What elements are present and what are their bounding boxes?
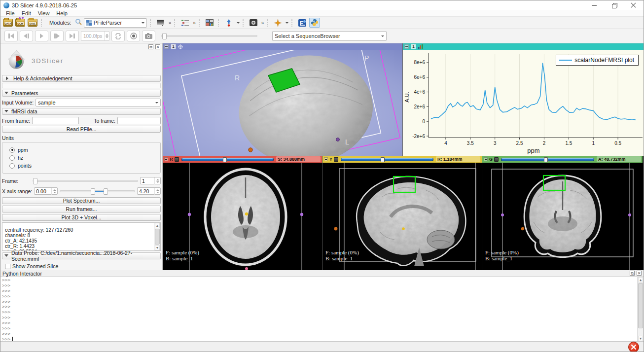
toolbar-overflow-icon[interactable]: » — [168, 20, 172, 26]
plot-view-header[interactable]: 1 — [403, 43, 644, 50]
seq-last-frame-button[interactable] — [66, 31, 79, 41]
slice-slider-handle[interactable] — [544, 157, 548, 162]
radio-ppm[interactable]: ppm — [9, 146, 160, 154]
slice-canvas-axial[interactable]: F: sample (0%) B: sample_1 — [163, 163, 322, 270]
module-history-button[interactable] — [179, 18, 190, 28]
pin-icon[interactable] — [324, 157, 328, 161]
scroll-down-icon[interactable]: ▼ — [638, 336, 643, 341]
panel-close-icon[interactable]: ✕ — [637, 271, 642, 276]
seq-record-button[interactable] — [127, 31, 140, 41]
python-interactor-header[interactable]: Python Interactor ⧉ ✕ — [0, 270, 644, 277]
scroll-up-icon[interactable]: ▲ — [155, 223, 160, 228]
data-probe-section-header[interactable]: Data Probe: C:/dev/1.namic/secuencia...2… — [2, 252, 161, 259]
slice-canvas-sagittal[interactable]: F: sample (0%) B: sample_1 — [322, 163, 482, 270]
fmrsi-section-header[interactable]: fMRSI data — [2, 108, 161, 115]
show-zoomed-slice-checkbox[interactable] — [5, 264, 10, 269]
parameters-section-header[interactable]: Parameters — [2, 90, 161, 97]
dicom-button[interactable]: DCM — [15, 18, 26, 28]
view-3d-header[interactable]: 1 — [163, 43, 402, 50]
to-frame-input[interactable] — [117, 117, 161, 124]
plot-icon[interactable] — [418, 44, 423, 49]
python-prompt-line[interactable]: >>> — [2, 337, 636, 342]
module-selector[interactable]: PFileParser — [84, 18, 147, 28]
xaxis-range-slider[interactable] — [60, 190, 135, 192]
spinner-arrows-icon[interactable] — [51, 188, 57, 195]
xaxis-max-spinbox[interactable]: 4.20 — [137, 187, 161, 195]
slice-bar-red[interactable]: R S: 34.888mm — [163, 156, 322, 163]
seq-play-button[interactable] — [35, 31, 48, 41]
menu-view[interactable]: View — [35, 10, 53, 16]
help-section-header[interactable]: Help & Acknowledgement — [2, 75, 161, 82]
view-3d-canvas[interactable]: R P L — [163, 50, 402, 156]
spinner-arrows-icon[interactable] — [154, 188, 160, 195]
seq-next-frame-button[interactable] — [50, 31, 64, 41]
layout-selector-button[interactable] — [155, 18, 166, 28]
header-info-textbox[interactable]: centralFrequency: 1277127260 channels: 8… — [2, 222, 161, 251]
pin-icon[interactable] — [404, 44, 409, 49]
panel-float-icon[interactable]: ⧉ — [630, 271, 635, 276]
restore-button[interactable] — [611, 2, 617, 8]
fiducial-dropdown-icon[interactable] — [237, 22, 240, 25]
plot-spectrum-button[interactable]: Plot Spectrum... — [2, 197, 161, 204]
close-button[interactable] — [631, 2, 637, 8]
range-handle-low[interactable] — [91, 188, 95, 195]
pin-icon[interactable] — [164, 157, 168, 161]
extensions-manager-button[interactable] — [297, 18, 308, 28]
slice-bar-yellow[interactable]: Y R: 1.184mm — [322, 156, 482, 163]
slice-offset-slider[interactable] — [181, 158, 274, 161]
toolbar-overflow-icon-2[interactable]: » — [192, 20, 196, 26]
menu-help[interactable]: Help — [53, 10, 71, 16]
scrollbar-handle[interactable] — [155, 229, 160, 245]
python-interactor-button[interactable] — [309, 18, 320, 28]
scrollbar-handle[interactable] — [638, 283, 643, 328]
info-scrollbar[interactable]: ▲ ▼ — [154, 223, 160, 250]
panel-float-icon[interactable]: ⧉ — [148, 44, 153, 49]
place-fiducial-button[interactable] — [223, 18, 234, 28]
run-frames-button[interactable]: Run frames... — [2, 206, 161, 212]
view-3d-controls-icon[interactable] — [178, 44, 183, 49]
scroll-down-icon[interactable]: ▼ — [155, 245, 160, 250]
plot-3d-voxel-button[interactable]: Plot 3D + Voxel... — [2, 214, 161, 221]
slice-slider-handle[interactable] — [381, 157, 385, 162]
plot-canvas[interactable]: 8e+66e+64e+62e+60-2e+643.532.521.510.5pp… — [403, 50, 644, 156]
seq-first-frame-button[interactable] — [4, 31, 18, 41]
radio-points[interactable]: points — [9, 162, 160, 170]
error-log-button[interactable] — [628, 342, 639, 352]
module-search-icon[interactable] — [75, 18, 82, 28]
spinner-arrows-icon[interactable] — [154, 177, 160, 184]
minimize-button[interactable] — [591, 2, 597, 8]
slice-menu-icon[interactable] — [494, 157, 499, 162]
menu-file[interactable]: File — [2, 10, 18, 16]
sequence-slider-handle[interactable] — [162, 33, 167, 39]
slice-offset-slider[interactable] — [341, 158, 433, 161]
pin-icon[interactable] — [164, 44, 169, 49]
slice-offset-slider[interactable] — [501, 158, 594, 161]
frame-slider-handle[interactable] — [33, 178, 37, 184]
seq-snapshot-button[interactable] — [142, 31, 155, 41]
range-handle-high[interactable] — [104, 188, 108, 195]
toolbar-overflow-icon-3[interactable]: » — [260, 20, 264, 26]
panel-close-icon[interactable]: ✕ — [155, 44, 160, 49]
screenshot-button[interactable] — [248, 18, 259, 28]
slice-menu-icon[interactable] — [334, 157, 338, 162]
seq-loop-button[interactable] — [111, 31, 125, 41]
frame-spinbox[interactable]: 1 — [140, 177, 161, 184]
seq-previous-frame-button[interactable] — [20, 31, 33, 41]
save-button[interactable]: SAVE — [27, 18, 38, 28]
pin-icon[interactable] — [484, 157, 488, 161]
xaxis-min-spinbox[interactable]: 0.00 — [34, 187, 58, 195]
fps-spinbox[interactable]: 100.0fps — [81, 31, 109, 41]
scroll-up-icon[interactable]: ▲ — [638, 277, 643, 282]
menu-edit[interactable]: Edit — [18, 10, 35, 16]
from-frame-input[interactable] — [32, 117, 79, 124]
plot-legend[interactable]: scalarNodeFMRSI plot — [556, 55, 639, 66]
crosshair-button[interactable] — [272, 18, 283, 28]
slice-slider-handle[interactable] — [223, 157, 227, 162]
spinner-arrows-icon[interactable] — [104, 32, 109, 40]
radio-hz[interactable]: hz — [9, 154, 160, 162]
slice-canvas-coronal[interactable]: F: sample (0%) B: sample_1 — [482, 163, 643, 270]
sequence-browser-selector[interactable]: Select a SequenceBrowser — [272, 31, 387, 41]
layout-grid-button[interactable] — [204, 18, 215, 28]
python-console[interactable]: ▲ ▼ >>>>>>>>>>>>>>>>>>>>>>>>>>>>>>>>>>>> — [0, 277, 644, 342]
slice-bar-green[interactable]: G A: 48.732mm — [482, 156, 643, 163]
